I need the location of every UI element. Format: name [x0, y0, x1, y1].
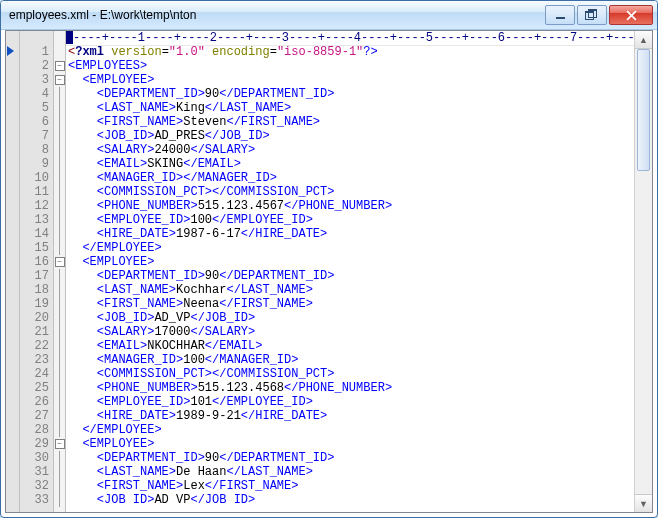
line-number: 28: [20, 423, 53, 437]
code-line[interactable]: <?xml version="1.0" encoding="iso-8859-1…: [68, 45, 634, 59]
line-number: 17: [20, 269, 53, 283]
line-number: 18: [20, 283, 53, 297]
maximize-button[interactable]: [577, 5, 607, 25]
fold-guide: [54, 381, 65, 395]
fold-guide: [54, 479, 65, 493]
code-line[interactable]: <PHONE_NUMBER>515.123.4568</PHONE_NUMBER…: [68, 381, 634, 395]
line-number: 2: [20, 59, 53, 73]
close-button[interactable]: [609, 5, 653, 25]
code-line[interactable]: <EMPLOYEE_ID>100</EMPLOYEE_ID>: [68, 213, 634, 227]
vertical-scrollbar[interactable]: ▲ ▼: [634, 31, 652, 512]
line-number: 33: [20, 493, 53, 507]
fold-guide: [54, 199, 65, 213]
fold-minus-icon: −: [55, 75, 65, 85]
code-line[interactable]: </EMPLOYEE>: [68, 241, 634, 255]
ruler-text: ----+----1----+----2----+----3----+----4…: [73, 31, 634, 45]
code-line[interactable]: <HIRE_DATE>1987-6-17</HIRE_DATE>: [68, 227, 634, 241]
fold-guide: [54, 241, 65, 255]
code-line[interactable]: <SALARY>17000</SALARY>: [68, 325, 634, 339]
code-line[interactable]: <EMAIL>SKING</EMAIL>: [68, 157, 634, 171]
line-number: 11: [20, 185, 53, 199]
fold-guide: [54, 423, 65, 437]
line-number: 10: [20, 171, 53, 185]
code-line[interactable]: <FIRST_NAME>Lex</FIRST_NAME>: [68, 479, 634, 493]
fold-guide: [54, 493, 65, 507]
line-number: 8: [20, 143, 53, 157]
code-line[interactable]: <EMPLOYEE>: [68, 437, 634, 451]
fold-guide: [54, 143, 65, 157]
line-number: 20: [20, 311, 53, 325]
fold-guide: [54, 311, 65, 325]
code-line[interactable]: <EMPLOYEE>: [68, 73, 634, 87]
code-line[interactable]: </EMPLOYEE>: [68, 423, 634, 437]
code-line[interactable]: <LAST_NAME>De Haan</LAST_NAME>: [68, 465, 634, 479]
code-line[interactable]: <DEPARTMENT_ID>90</DEPARTMENT_ID>: [68, 451, 634, 465]
scroll-down-button[interactable]: ▼: [635, 494, 652, 512]
line-number: 30: [20, 451, 53, 465]
scroll-up-button[interactable]: ▲: [635, 31, 652, 49]
line-number-gutter[interactable]: 1234567891011121314151617181920212223242…: [20, 31, 54, 512]
line-number: 6: [20, 115, 53, 129]
fold-guide: [54, 171, 65, 185]
code-line[interactable]: <LAST_NAME>King</LAST_NAME>: [68, 101, 634, 115]
fold-toggle[interactable]: −: [54, 437, 65, 451]
line-number: 14: [20, 227, 53, 241]
fold-guide: [54, 297, 65, 311]
fold-guide: [54, 45, 65, 59]
line-number: 25: [20, 381, 53, 395]
code-line[interactable]: <EMPLOYEES>: [68, 59, 634, 73]
fold-gutter[interactable]: −−−−: [54, 31, 66, 512]
line-number: 24: [20, 367, 53, 381]
fold-guide: [54, 269, 65, 283]
line-number: 23: [20, 353, 53, 367]
code-line[interactable]: <DEPARTMENT_ID>90</DEPARTMENT_ID>: [68, 87, 634, 101]
code-line[interactable]: <EMPLOYEE>: [68, 255, 634, 269]
code-line[interactable]: <MANAGER_ID></MANAGER_ID>: [68, 171, 634, 185]
line-number: 9: [20, 157, 53, 171]
code-line[interactable]: <JOB ID>AD VP</JOB ID>: [68, 493, 634, 507]
bookmark-icon: [7, 46, 14, 56]
line-number: 7: [20, 129, 53, 143]
scroll-thumb[interactable]: [637, 49, 650, 171]
column-ruler: ----+----1----+----2----+----3----+----4…: [66, 31, 634, 46]
code-line[interactable]: <FIRST_NAME>Neena</FIRST_NAME>: [68, 297, 634, 311]
code-line[interactable]: <JOB_ID>AD_VP</JOB_ID>: [68, 311, 634, 325]
line-number: 31: [20, 465, 53, 479]
fold-toggle[interactable]: −: [54, 73, 65, 87]
bookmark-margin[interactable]: [6, 31, 20, 512]
fold-toggle[interactable]: −: [54, 59, 65, 73]
window-title: employees.xml - E:\work\temp\nton: [9, 8, 545, 22]
fold-toggle[interactable]: −: [54, 255, 65, 269]
code-line[interactable]: <EMAIL>NKOCHHAR</EMAIL>: [68, 339, 634, 353]
line-number: 16: [20, 255, 53, 269]
code-line[interactable]: <JOB_ID>AD_PRES</JOB_ID>: [68, 129, 634, 143]
code-line[interactable]: <HIRE_DATE>1989-9-21</HIRE_DATE>: [68, 409, 634, 423]
code-view[interactable]: ----+----1----+----2----+----3----+----4…: [66, 31, 634, 512]
line-number: 32: [20, 479, 53, 493]
line-number: 21: [20, 325, 53, 339]
line-number: 26: [20, 395, 53, 409]
fold-minus-icon: −: [55, 439, 65, 449]
fold-guide: [54, 325, 65, 339]
code-line[interactable]: <MANAGER_ID>100</MANAGER_ID>: [68, 353, 634, 367]
code-line[interactable]: <COMMISSION_PCT></COMMISSION_PCT>: [68, 367, 634, 381]
code-line[interactable]: <EMPLOYEE_ID>101</EMPLOYEE_ID>: [68, 395, 634, 409]
line-number: 27: [20, 409, 53, 423]
code-line[interactable]: <FIRST_NAME>Steven</FIRST_NAME>: [68, 115, 634, 129]
minimize-button[interactable]: [545, 5, 575, 25]
fold-guide: [54, 157, 65, 171]
code-line[interactable]: <PHONE_NUMBER>515.123.4567</PHONE_NUMBER…: [68, 199, 634, 213]
code-line[interactable]: <LAST_NAME>Kochhar</LAST_NAME>: [68, 283, 634, 297]
code-lines[interactable]: <?xml version="1.0" encoding="iso-8859-1…: [68, 45, 634, 507]
titlebar[interactable]: employees.xml - E:\work\temp\nton: [1, 1, 657, 30]
code-line[interactable]: <DEPARTMENT_ID>90</DEPARTMENT_ID>: [68, 269, 634, 283]
window-controls: [545, 5, 653, 25]
fold-guide: [54, 353, 65, 367]
line-number: 4: [20, 87, 53, 101]
fold-guide: [54, 367, 65, 381]
code-line[interactable]: <COMMISSION_PCT></COMMISSION_PCT>: [68, 185, 634, 199]
code-line[interactable]: <SALARY>24000</SALARY>: [68, 143, 634, 157]
line-number: 5: [20, 101, 53, 115]
fold-guide: [54, 227, 65, 241]
editor-area: 1234567891011121314151617181920212223242…: [5, 30, 653, 513]
